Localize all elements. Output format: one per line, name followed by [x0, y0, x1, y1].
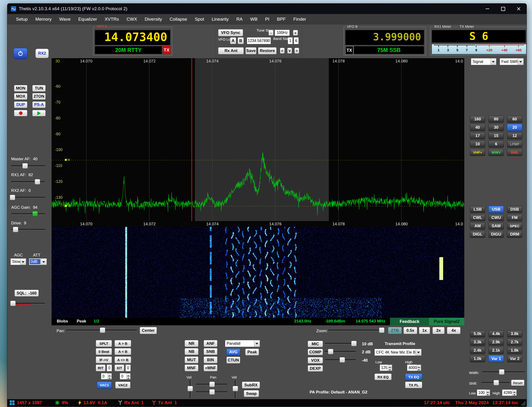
maximize-button[interactable] — [495, 4, 511, 14]
menu-memory[interactable]: Memory — [32, 17, 56, 22]
master-af-slider[interactable] — [11, 163, 45, 168]
tx-low-spinner[interactable]: 125 — [380, 365, 392, 371]
band-stack-count[interactable]: 6 — [294, 37, 299, 44]
menu-xvtrs[interactable]: XVTRs — [101, 17, 123, 22]
menu-pi[interactable]: PI — [261, 17, 273, 22]
zoom-4x-button[interactable]: 4x — [447, 327, 461, 334]
nav-left-button[interactable]: < — [280, 48, 285, 54]
vol-right-slider[interactable] — [233, 380, 238, 398]
ps-a-button[interactable]: PS-A — [32, 102, 46, 108]
spinner-arrows[interactable] — [108, 373, 112, 379]
band-button-vhf[interactable]: VHF+ — [470, 149, 485, 156]
xit-button[interactable]: XIT — [115, 365, 124, 371]
filter-button-5-0k[interactable]: 5.0k — [470, 330, 485, 337]
slider-thumb[interactable] — [209, 382, 215, 387]
band-button-15[interactable]: 15 — [489, 132, 504, 139]
menu-linearity[interactable]: Linearity — [208, 17, 233, 22]
band-button-60[interactable]: 60 — [507, 116, 522, 123]
agc-gain-slider[interactable] — [11, 211, 45, 216]
vfo-lock-a-button[interactable]: A — [230, 37, 236, 44]
peak-button[interactable]: Peak — [245, 349, 259, 355]
filter-button-2-4k[interactable]: 2.4k — [470, 347, 485, 354]
comp-slider[interactable] — [325, 349, 356, 354]
mode-button-digu[interactable]: DIGU — [489, 231, 504, 238]
mode-button-am[interactable]: AM — [470, 222, 485, 229]
chevron-down-icon[interactable] — [20, 258, 26, 265]
restore-button[interactable]: Restore — [258, 47, 277, 54]
tx-meter-select[interactable]: Fwd SWR — [500, 58, 524, 65]
chevron-down-icon[interactable] — [254, 340, 260, 347]
nav-right-button[interactable]: > — [294, 48, 299, 54]
rx1-af-slider[interactable] — [11, 179, 45, 184]
mode-button-fm[interactable]: FM — [507, 214, 522, 221]
chevron-down-icon[interactable] — [518, 58, 524, 65]
slider-thumb[interactable] — [35, 179, 40, 185]
tx-eq-button[interactable]: TX EQ — [405, 374, 422, 380]
waterfall-canvas[interactable] — [52, 227, 464, 318]
squelch-button[interactable]: SQL: -160 — [15, 290, 39, 297]
band-button-160[interactable]: 160 — [470, 116, 485, 123]
filter-button-1-0k[interactable]: 1.0k — [470, 355, 485, 362]
pan-rx2-slider[interactable] — [196, 389, 227, 394]
agc-hang-marker[interactable]: H — [65, 158, 70, 162]
peak-toggle[interactable]: Peak — [77, 319, 86, 324]
mut-button[interactable]: MUT — [185, 356, 199, 363]
transmit-profile-select[interactable]: CFC 4K New Mic Ele B — [374, 349, 421, 356]
a-swap-b-button[interactable]: A <> B — [115, 356, 131, 363]
band-button-10[interactable]: 10 — [470, 141, 485, 148]
chevron-down-icon[interactable] — [41, 258, 47, 265]
pan-rx1-slider[interactable] — [196, 382, 227, 387]
close-button[interactable] — [511, 4, 526, 14]
tx-high-spinner[interactable]: 4000 — [407, 365, 421, 371]
nr-button[interactable]: NR — [185, 340, 199, 347]
subrx-button[interactable]: SubRX — [242, 382, 260, 389]
mnf-plus-button[interactable]: +MNF — [204, 365, 217, 371]
menu-spot[interactable]: Spot — [191, 17, 208, 22]
band-stack-index[interactable]: 1 — [288, 37, 293, 44]
att-select[interactable]: 0dB — [29, 258, 47, 265]
band-button-40[interactable]: 40 — [470, 124, 485, 131]
xit-spinner[interactable]: 0 — [120, 373, 131, 379]
avg-button[interactable]: AVG — [226, 349, 240, 355]
filter-button-3-8k[interactable]: 3.8k — [507, 330, 522, 337]
two-tone-button[interactable]: 2TON — [32, 93, 46, 100]
menu-ra[interactable]: RA — [233, 17, 246, 22]
display-mode-select[interactable]: Panafall — [225, 340, 260, 347]
slider-thumb[interactable] — [32, 211, 38, 217]
panadapter-canvas[interactable] — [52, 58, 464, 221]
rit-spinner[interactable]: 0 — [101, 373, 112, 379]
mode-button-digl[interactable]: DIGL — [470, 231, 485, 238]
filter-button-2-1k[interactable]: 2.1k — [489, 347, 504, 354]
band-button-20[interactable]: 20 — [507, 124, 522, 131]
filter-button-1-8k[interactable]: 1.8k — [507, 347, 522, 354]
slider-thumb[interactable] — [379, 328, 384, 333]
slider-thumb[interactable] — [187, 386, 193, 391]
spinner-arrows[interactable] — [127, 373, 130, 379]
band-button-swl[interactable]: SWL — [507, 149, 522, 156]
dexp-button[interactable]: DEXP — [308, 365, 323, 372]
menu-finder[interactable]: Finder — [290, 17, 310, 22]
spinner-arrows[interactable] — [388, 365, 392, 371]
play-button[interactable] — [32, 110, 46, 116]
blobs-toggle[interactable]: Blobs — [57, 319, 68, 324]
mode-button-sam[interactable]: SAM — [489, 222, 504, 229]
chevron-down-icon[interactable] — [416, 349, 421, 355]
resize-grip[interactable] — [521, 401, 526, 406]
record-button[interactable] — [14, 110, 27, 116]
vac2-button[interactable]: VAC2 — [115, 382, 130, 389]
drive-slider[interactable] — [11, 227, 45, 232]
slider-thumb[interactable] — [10, 301, 16, 306]
mode-button-dsb[interactable]: DSB — [507, 206, 522, 213]
band-button-30[interactable]: 30 — [489, 124, 504, 131]
comp-button[interactable]: COMP — [308, 349, 323, 355]
ctun-button[interactable]: CTUN — [226, 357, 240, 364]
pure-signal2-button[interactable]: Pure Signal2 — [429, 318, 464, 325]
filter-button-3-3k[interactable]: 3.3k — [470, 339, 485, 345]
vox-button[interactable]: VOX — [308, 357, 323, 364]
menu-collapse[interactable]: Collapse — [166, 17, 191, 22]
save-button[interactable]: Save — [246, 47, 256, 54]
filter-button-2-7k[interactable]: 2.7k — [507, 339, 522, 345]
a-to-b-button[interactable]: A > B — [115, 340, 131, 347]
snb-button[interactable]: SNB — [204, 348, 217, 355]
vfo-b-frequency[interactable]: 3.999000 — [345, 30, 424, 45]
